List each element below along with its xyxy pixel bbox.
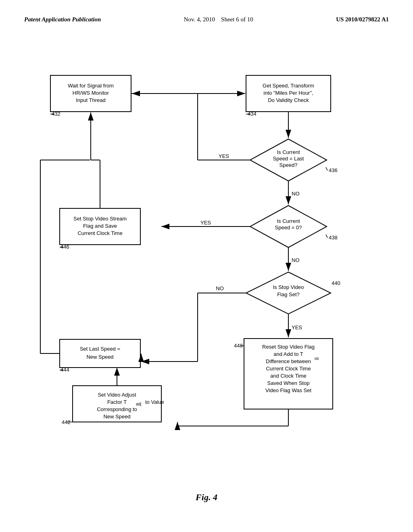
svg-text:Speed?: Speed? [280, 162, 298, 168]
svg-text:440: 440 [332, 280, 340, 286]
svg-text:NO: NO [216, 285, 224, 291]
svg-line-31 [326, 235, 327, 238]
svg-text:HR/WS Monitor: HR/WS Monitor [73, 90, 109, 96]
svg-text:New Speed: New Speed [103, 414, 130, 420]
figure-caption: Fig. 4 [196, 492, 217, 503]
svg-text:to Value: to Value [145, 399, 164, 405]
svg-text:436: 436 [329, 167, 338, 173]
svg-text:YES: YES [200, 220, 211, 226]
svg-text:Speed = 0?: Speed = 0? [275, 224, 302, 231]
svg-text:Wait for Signal from: Wait for Signal from [68, 83, 114, 89]
svg-text:Video Flag Was Set: Video Flag Was Set [265, 387, 312, 393]
svg-text:Factor T: Factor T [107, 399, 127, 405]
svg-text:YES: YES [292, 324, 302, 330]
svg-text:into "Miles Per Hour",: into "Miles Per Hour", [263, 90, 313, 96]
svg-line-20 [326, 167, 327, 170]
svg-text:adj: adj [136, 402, 141, 406]
svg-text:Reset Stop Video Flag: Reset Stop Video Flag [262, 344, 315, 350]
svg-text:Input Thread: Input Thread [76, 97, 105, 103]
svg-text:Is Current: Is Current [277, 149, 300, 155]
svg-text:Corresponding to: Corresponding to [97, 406, 137, 412]
svg-text:and Clock Time: and Clock Time [270, 373, 307, 379]
header-date-sheet: Nov. 4, 2010 Sheet 6 of 10 [184, 16, 253, 23]
svg-text:Saved When Stop: Saved When Stop [267, 380, 310, 386]
svg-text:and Add to T: and Add to T [273, 351, 303, 357]
svg-text:NO: NO [292, 191, 300, 197]
svg-text:Difference between: Difference between [266, 358, 311, 364]
svg-text:Set Stop Video Stream: Set Stop Video Stream [73, 216, 127, 222]
flowchart-diagram: Wait for Signal from HR/WS Monitor Input… [0, 31, 413, 515]
svg-text:Do Validity Check: Do Validity Check [268, 97, 309, 103]
svg-text:Current Clock Time: Current Clock Time [266, 366, 311, 372]
header-patent-number: US 2010/0279822 A1 [336, 16, 389, 23]
svg-text:Flag and Save: Flag and Save [83, 223, 117, 229]
svg-text:Flag Set?: Flag Set? [277, 291, 300, 297]
svg-text:Current Clock Time: Current Clock Time [77, 230, 122, 236]
svg-text:Is Current: Is Current [277, 218, 300, 224]
svg-text:New Speed: New Speed [86, 354, 113, 360]
svg-text:Set Video Adjust: Set Video Adjust [98, 392, 136, 398]
svg-text:os: os [315, 356, 319, 361]
svg-text:NO: NO [292, 257, 300, 263]
svg-text:438: 438 [329, 235, 338, 241]
page-header: Patent Application Publication Nov. 4, 2… [0, 0, 413, 23]
svg-text:Speed = Last: Speed = Last [273, 156, 304, 162]
svg-text:Get Speed, Transform: Get Speed, Transform [263, 83, 314, 89]
svg-rect-78 [60, 339, 140, 368]
header-publication-type: Patent Application Publication [24, 16, 101, 23]
svg-text:Set Last Speed =: Set Last Speed = [80, 346, 120, 352]
svg-text:Is Stop Video: Is Stop Video [273, 284, 304, 290]
svg-text:YES: YES [219, 153, 229, 159]
